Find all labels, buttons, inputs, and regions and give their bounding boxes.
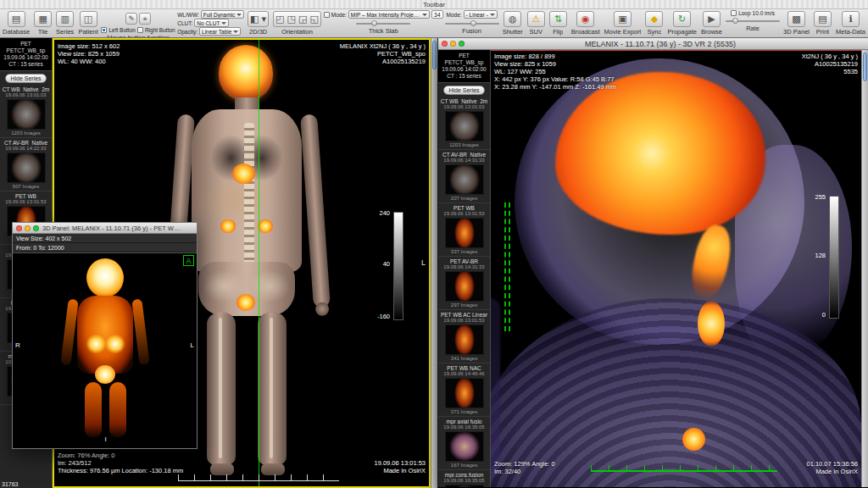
series-thumbnail-image: [445, 218, 484, 248]
minimize-button[interactable]: [25, 225, 31, 231]
left-viewer-scrollbar[interactable]: [431, 38, 437, 488]
toolbar-button-icon[interactable]: ▤: [814, 11, 832, 27]
scale-ruler: [591, 465, 777, 472]
thick-slab-amount[interactable]: 34: [431, 10, 443, 19]
overlay-line: 01.10.07 15:36:56: [807, 460, 858, 468]
series-thumbnail[interactable]: PET WB 19.09.06 13:01:53 337 Images: [438, 203, 490, 257]
toolbar-group-label: Shutter: [503, 28, 523, 36]
right-button-checkbox[interactable]: [137, 27, 143, 33]
toolbar-group-label: Broadcast: [571, 28, 600, 36]
left-button-checkbox[interactable]: [101, 27, 107, 33]
thick-slab-mode-label: Mode:: [331, 12, 347, 18]
rate-value: 10.0 im/s: [753, 10, 775, 16]
rate-slider[interactable]: [726, 18, 780, 24]
toolbar-button-icon[interactable]: ◧ ▾: [248, 11, 269, 27]
zoom-button[interactable]: [459, 41, 465, 47]
toolbar-groups-c: ◍ Shutter ⚠ SUV ⇅ Flip ◉: [503, 10, 722, 36]
series-thumbnail[interactable]: mpr.cons.fusion 19.09.06 16:35:05 52 Ima…: [438, 470, 490, 487]
zoom-button[interactable]: [33, 225, 39, 231]
wlww-dropdown[interactable]: No CLUT: [194, 19, 229, 27]
toolbar-button-icon[interactable]: ▦: [34, 11, 52, 27]
minimize-button[interactable]: [450, 41, 456, 47]
toolbar-groups-d: ▩ 3D Panel ▤ Print ℹ Meta-Data: [783, 10, 865, 36]
series-thumbnail[interactable]: PET WB NAC 19.09.06 14:46:46 371 Images: [438, 363, 490, 417]
hide-series-button[interactable]: Hide Series: [5, 74, 46, 83]
series-thumbnail-image: [7, 99, 46, 130]
panel-titlebar[interactable]: 3D Panel: MELANIX - 11.10.71 (36 y) - PE…: [13, 223, 197, 234]
toolbar-group: ⇅ Flip: [549, 10, 567, 36]
series-thumbnail-image: [7, 152, 46, 183]
toolbar-group: ◫ Patient: [78, 10, 97, 36]
close-button[interactable]: [442, 41, 448, 47]
toolbar-button-icon[interactable]: ↻: [673, 11, 691, 27]
series-thumbnail[interactable]: CT AV-BR_Native 19.09.06 14:31:33 207 Im…: [438, 150, 490, 203]
hide-series-button[interactable]: Hide Series: [443, 86, 484, 95]
loop-label: Loop: [738, 10, 750, 16]
scrollbar-thumb[interactable]: [863, 53, 867, 81]
toolbar-group: ↻ Propagate: [667, 10, 697, 36]
series-thumbnail[interactable]: CT AV-BR_Native 19.09.06 14:22:33 507 Im…: [0, 138, 52, 191]
toolbar-group-label: Mouse button function: [107, 34, 170, 37]
study-card[interactable]: PET PETCT_WB_sp 19.09.06 14:02:00 CT : 1…: [0, 38, 52, 71]
series-thumbnail[interactable]: mpr axial fusio 19.09.06 16:35:05 167 Im…: [438, 417, 490, 470]
toolbar-button-icon[interactable]: ◰ ◳ ◲ ◱: [273, 11, 321, 27]
series-thumbnail[interactable]: CT WB_Native_2m 19.09.06 13:01:03 1203 I…: [0, 85, 52, 138]
pet-chest-hotspot: [682, 428, 705, 451]
right-viewer-scrollbar[interactable]: [861, 50, 868, 487]
close-button[interactable]: [16, 225, 22, 231]
toolbar-group: ◰ ◳ ◲ ◱ Orientation: [273, 10, 321, 36]
toolbar-button-icon[interactable]: ▶: [703, 11, 721, 27]
toolbar-button-icon[interactable]: ▩: [787, 11, 805, 27]
series-name: CT AV-BR_Native: [439, 152, 489, 158]
thick-slab-mode-checkbox[interactable]: [324, 12, 330, 18]
fusion-slider[interactable]: [445, 20, 499, 26]
scrollbar-thumb[interactable]: [432, 41, 437, 69]
overlay-line: A10025135219: [802, 60, 858, 68]
toolbar-button-icon[interactable]: ◫: [80, 11, 97, 27]
toolbar-button-icon[interactable]: ◍: [504, 11, 521, 27]
toolbar-button-icon[interactable]: ◆: [645, 11, 663, 27]
series-date: 19.09.06 16:35:05: [439, 478, 489, 484]
study-card[interactable]: PET PETCT_WB_sp 19.09.06 14:02:00 CT : 1…: [438, 50, 490, 83]
clipping-range-handle[interactable]: [504, 202, 510, 331]
vr-3d-image[interactable]: [491, 50, 861, 487]
wlww-dropdown[interactable]: Full Dynamic: [201, 10, 245, 19]
wlww-dropdown[interactable]: Linear Table: [199, 27, 241, 36]
fusion-mode-dropdown[interactable]: - Linear -: [464, 10, 498, 19]
loop-checkbox[interactable]: [731, 10, 737, 16]
series-image-count: 1203 Images: [1, 130, 51, 136]
thick-slab-mode-dropdown[interactable]: MIP – Max Intensity Projectio: [348, 10, 430, 19]
pencil-tool-icon[interactable]: ✎: [125, 13, 137, 25]
toolbar-button-icon[interactable]: ▥: [56, 11, 74, 27]
toolbar-group: ▶ Browse: [701, 10, 722, 36]
toolbar-button-icon[interactable]: ▣: [614, 11, 632, 27]
pet-brain-hotspot: [555, 72, 765, 235]
pet-left-leg: [85, 382, 102, 438]
toolbar-group-thick-slab: Mode: MIP – Max Intensity Projectio 34 T…: [326, 10, 442, 35]
wlww-row: WL/WW: Full Dynamic: [177, 10, 244, 19]
toolbar-button-icon[interactable]: ℹ: [842, 11, 860, 27]
toolbar-titlebar[interactable]: Toolbar: [0, 0, 868, 9]
toolbar-group-label: Movie Export: [604, 28, 642, 36]
toolbar-button-icon[interactable]: ⚠: [527, 11, 545, 27]
study-date: 19.09.06 14:02:00: [1, 54, 51, 61]
series-name: PET AV-BR: [439, 258, 489, 264]
overlay-bottom-right: 01.10.07 15:36:56Made In OsiriX: [807, 460, 858, 475]
toolbar-button-icon[interactable]: ⇅: [549, 11, 567, 27]
series-thumbnail[interactable]: PET AV-BR 19.09.06 14:31:33 297 Images: [438, 257, 490, 310]
toolbar-button-icon[interactable]: ◉: [576, 11, 594, 27]
toolbar-button-icon[interactable]: ▤: [8, 11, 25, 27]
pet-kidney-hotspot: [258, 219, 273, 233]
vr-3d-viewport[interactable]: Image size: 828 / 899View size: 825 x 10…: [491, 50, 861, 487]
threshold-range-row[interactable]: From: 0 To: 12000: [13, 243, 197, 252]
series-image-count: 167 Images: [439, 463, 489, 469]
right-window-titlebar[interactable]: MELANIX - 11.10.71 (36 y) - 3D VR 2 (553…: [438, 38, 868, 50]
series-date: 19.09.06 13:01:03: [439, 104, 489, 110]
mip-viewport[interactable]: A R L I: [13, 252, 197, 445]
crosshair-reference-line[interactable]: [259, 40, 259, 486]
crosshair-tool-icon[interactable]: ⌖: [139, 13, 151, 25]
thick-slab-slider[interactable]: [356, 20, 410, 26]
overlay-top-right: MELANIX Xt2NJ ( 36 y , 34 y )PETCT_WB_sp…: [340, 42, 426, 65]
series-thumbnail[interactable]: CT WB_Native_2m 19.09.06 13:01:03 1203 I…: [438, 97, 490, 150]
series-thumbnail[interactable]: PET WB AC Linear 19.09.06 13:01:53 341 I…: [438, 310, 490, 363]
